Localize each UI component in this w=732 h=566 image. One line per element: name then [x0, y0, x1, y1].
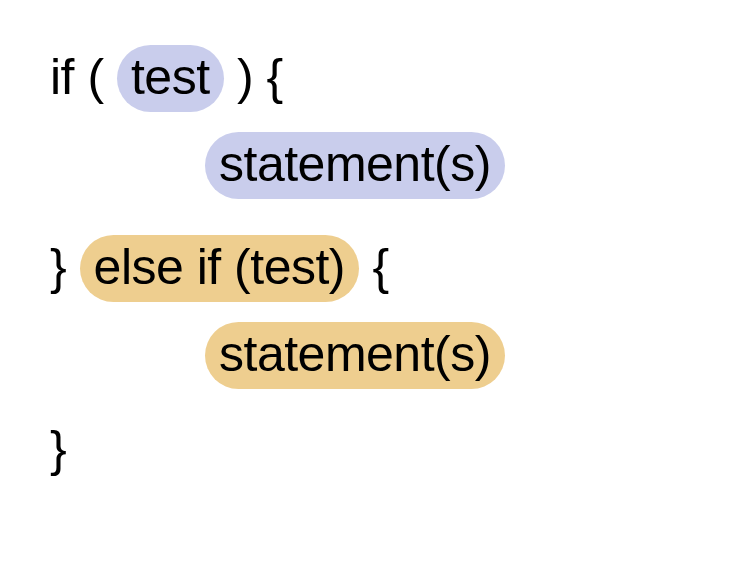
code-line-4: statement(s) [50, 317, 682, 392]
code-line-5: } [50, 412, 682, 487]
else-if-pill: else if (test) [80, 235, 359, 302]
close-brace-1: } [50, 239, 66, 295]
open-brace-1: { [267, 49, 283, 105]
code-line-2: statement(s) [50, 127, 682, 202]
open-paren: ( [87, 49, 103, 105]
close-brace-2: } [50, 421, 66, 477]
code-line-1: if ( test ) { [50, 40, 682, 115]
code-line-3: } else if (test) { [50, 230, 682, 305]
open-brace-2: { [372, 239, 388, 295]
statements-pill-1: statement(s) [205, 132, 505, 199]
close-paren: ) [237, 49, 253, 105]
keyword-if: if [50, 49, 74, 105]
test-pill-1: test [117, 45, 224, 112]
statements-pill-2: statement(s) [205, 322, 505, 389]
